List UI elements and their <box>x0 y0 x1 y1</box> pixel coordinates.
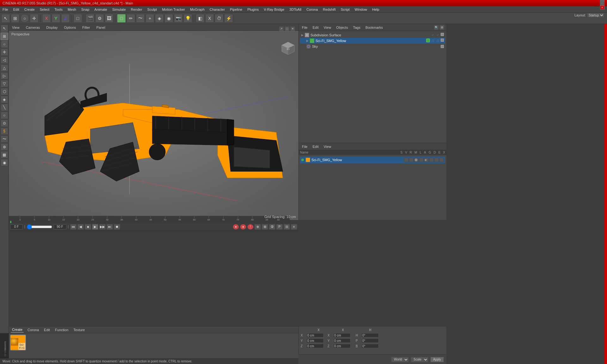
menu-help[interactable]: Help <box>370 6 382 12</box>
fps-btn-3[interactable]: ⦿ <box>269 224 275 230</box>
attr-x-pos2[interactable] <box>333 333 351 337</box>
go-to-start-btn[interactable]: ⏮ <box>70 224 77 230</box>
menu-create[interactable]: Create <box>22 6 37 12</box>
tab-create[interactable]: Create <box>11 327 24 333</box>
nav-cube[interactable]: 3D <box>280 40 296 56</box>
vp-panel[interactable]: Panel <box>95 25 107 30</box>
menu-snap[interactable]: Snap <box>79 6 92 12</box>
menu-motion-tracker[interactable]: Motion Tracker <box>159 6 187 12</box>
tool-select-rect[interactable]: ⊞ <box>1 33 8 40</box>
material-row-smg[interactable]: Sci-Fi_SMG_Yellow ⚙ ≡ <box>300 156 445 163</box>
menu-sculpt[interactable]: Sculpt <box>145 6 160 12</box>
z-axis-btn[interactable]: Z <box>61 14 70 23</box>
select-rect-btn[interactable]: ⊞ <box>11 14 20 23</box>
menu-vray[interactable]: V-Ray Bridge <box>261 6 287 12</box>
fps-btn-5[interactable]: ⊟ <box>284 224 290 230</box>
mat-ctrl-6[interactable] <box>429 158 434 162</box>
obj-edit[interactable]: Edit <box>311 25 320 30</box>
menu-edit[interactable]: Edit <box>11 6 22 12</box>
vp-view[interactable]: View <box>11 25 21 30</box>
maximize-button[interactable]: □ <box>600 1 604 5</box>
menu-3dtoall[interactable]: 3DToAll <box>287 6 304 12</box>
3d-viewport[interactable]: Perspective <box>9 31 298 220</box>
end-frame-input[interactable] <box>54 224 66 229</box>
vp-cameras[interactable]: Cameras <box>25 25 41 30</box>
attr-y-pos2[interactable] <box>333 338 351 343</box>
render-settings-btn[interactable]: ⚙ <box>95 14 104 23</box>
tab-corona[interactable]: Corona <box>26 327 40 332</box>
tool-live-sel[interactable]: ◁ <box>1 56 8 64</box>
play-fast-btn[interactable]: ▶▶ <box>99 224 106 230</box>
menu-mesh[interactable]: Mesh <box>65 6 79 12</box>
tool-edge[interactable]: ▷ <box>1 72 8 80</box>
menu-simulate[interactable]: Simulate <box>110 6 128 12</box>
stop-btn[interactable]: ■ <box>85 224 91 230</box>
menu-render[interactable]: Render <box>128 6 145 12</box>
mat-ctrl-7[interactable] <box>434 158 439 162</box>
menu-plugins[interactable]: Plugins <box>245 6 261 12</box>
key-btn-2[interactable]: ● <box>240 224 246 230</box>
attr-x-pos[interactable] <box>306 333 324 337</box>
light-btn[interactable]: 💡 <box>183 14 192 23</box>
vp-options[interactable]: Options <box>63 25 77 30</box>
tool-mesh-grid[interactable]: ▦ <box>1 151 8 159</box>
tool-move[interactable]: ↖ <box>1 25 8 32</box>
world-select[interactable]: World <box>391 357 409 362</box>
move-tool-btn[interactable]: ↖ <box>1 14 10 23</box>
object-mode-btn[interactable]: □ <box>73 14 82 23</box>
record-btn[interactable]: ⏺ <box>114 224 120 230</box>
timeline-btn[interactable]: ⏱ <box>215 14 224 23</box>
pen-tool[interactable]: ✏ <box>126 14 135 23</box>
frame-slider[interactable] <box>27 225 52 229</box>
render-to-pic-viewer[interactable]: 🎬 <box>86 14 95 23</box>
fps-btn-2[interactable]: ⊞ <box>262 224 268 230</box>
obj-edit-btn[interactable]: □ <box>431 39 435 43</box>
obj-file[interactable]: File <box>301 25 309 30</box>
menu-select[interactable]: Select <box>37 6 52 12</box>
mat-ctrl-4[interactable] <box>419 158 424 162</box>
attr-z-pos[interactable] <box>306 344 324 348</box>
tool-loop[interactable]: ▽ <box>1 80 8 88</box>
tool-dots[interactable]: ◉ <box>1 159 8 167</box>
tab-texture[interactable]: Texture <box>72 327 86 332</box>
menu-tools[interactable]: Tools <box>52 6 65 12</box>
tool-target[interactable]: ⊙ <box>1 119 8 127</box>
mat-ctrl-8[interactable] <box>439 158 444 162</box>
tool-dollar[interactable]: $ <box>1 127 8 135</box>
vp-expand-btn[interactable]: ↗ <box>279 26 284 31</box>
effector-btn[interactable]: ◉ <box>164 14 173 23</box>
close-button[interactable]: ✕ <box>600 5 604 10</box>
render-region-btn[interactable]: 🖼 <box>105 14 113 23</box>
object-smg-yellow[interactable]: ▶ Sci-Fi_SMG_Yellow □ □ <box>300 38 445 44</box>
fps-btn-6[interactable]: ≡ <box>291 224 297 230</box>
motion-btn[interactable]: ⚡ <box>224 14 233 23</box>
vp-maximize-btn[interactable]: □ <box>285 26 290 31</box>
play-forward-btn[interactable]: ▶ <box>92 224 98 230</box>
y-axis-btn[interactable]: Y <box>52 14 60 23</box>
tool-diamond[interactable]: ◈ <box>1 96 8 103</box>
obj-objects[interactable]: Objects <box>335 25 349 30</box>
tool-grid2[interactable]: ⊛ <box>1 143 8 151</box>
vp-filter[interactable]: Filter <box>81 25 91 30</box>
menu-script[interactable]: Script <box>338 6 352 12</box>
mat-file[interactable]: File <box>301 144 309 149</box>
mat-edit[interactable]: Edit <box>311 144 320 149</box>
obj-tags[interactable]: Tags <box>352 25 362 30</box>
layout-select[interactable]: Startup <box>587 13 604 18</box>
tool-wave[interactable]: 〜 <box>1 135 8 143</box>
mat-ctrl-2[interactable] <box>409 158 414 162</box>
vp-display[interactable]: Display <box>45 25 59 30</box>
menu-animate[interactable]: Animate <box>92 6 110 12</box>
obj-check-2[interactable]: ✓ <box>436 33 440 37</box>
play-back-btn[interactable]: ◀ <box>77 224 84 230</box>
apply-button[interactable]: Apply <box>430 357 444 362</box>
menu-redshift[interactable]: Redshift <box>320 6 338 12</box>
current-frame-input[interactable] <box>10 224 23 229</box>
obj-search-btn[interactable]: 🔍 <box>434 25 439 30</box>
xpresso-btn[interactable]: X <box>205 14 214 23</box>
attr-h-val[interactable] <box>361 333 379 337</box>
object-subdivision-surface[interactable]: ▶ Subdivision Surface ✓ ✓ <box>300 32 445 38</box>
obj-bookmarks[interactable]: Bookmarks <box>364 25 384 30</box>
tool-scale2[interactable]: ✛ <box>1 48 8 56</box>
menu-corona[interactable]: Corona <box>304 6 320 12</box>
